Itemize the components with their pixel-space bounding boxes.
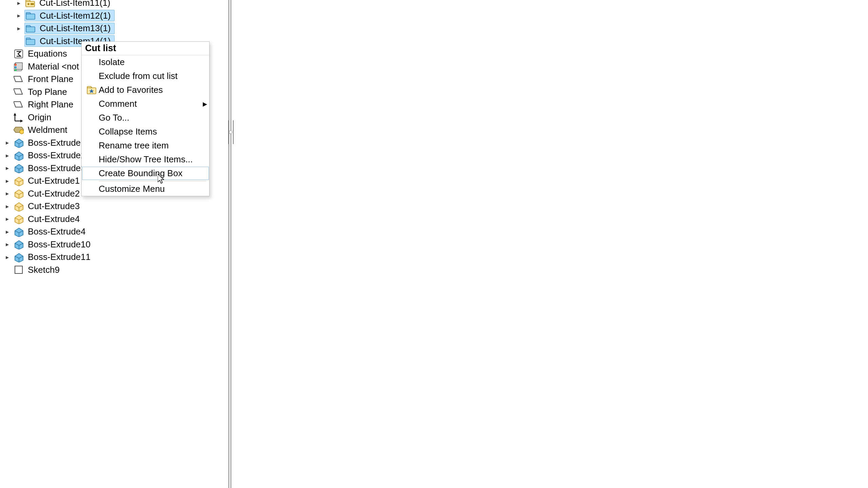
weldment-icon — [13, 125, 24, 136]
tree-item-label: Boss-Extrude10 — [26, 239, 92, 250]
cut-icon — [13, 214, 24, 224]
sketch-icon — [13, 264, 24, 275]
folder-icon — [25, 23, 36, 34]
tree-item-label: Cut-Extrude1 — [26, 176, 81, 186]
menu-item-label: Exclude from cut list — [99, 71, 200, 81]
menu-item-label: Rename tree item — [99, 140, 200, 151]
submenu-chevron-icon: ▸ — [200, 99, 209, 109]
tree-item-label: Boss-Extrude2 — [26, 150, 87, 161]
tree-item-label: Top Plane — [26, 87, 68, 97]
folder-icon — [25, 36, 36, 46]
tree-item-label: Cut-List-Item11(1) — [38, 0, 112, 8]
boss-icon — [13, 137, 24, 148]
menu-item[interactable]: Collapse Items — [82, 125, 209, 139]
menu-item[interactable]: Comment▸ — [82, 97, 209, 111]
boss-icon — [13, 252, 24, 263]
tree-item-selected[interactable]: Cut-List-Item12(1) — [24, 10, 115, 21]
expand-chevron-icon[interactable]: ▸ — [1, 177, 13, 185]
tree-item-label: Cut-Extrude3 — [26, 201, 81, 211]
tree-item[interactable]: ▸Boss-Extrude11 — [0, 251, 227, 264]
menu-item[interactable]: Go To... — [82, 111, 209, 125]
tree-item[interactable]: ▸Cut-List-Item11(1) — [0, 0, 227, 9]
expand-chevron-icon[interactable]: ▸ — [1, 241, 13, 248]
boss-icon — [13, 239, 24, 250]
sigma-icon — [13, 48, 24, 59]
cut-icon — [13, 176, 24, 186]
tree-item-selected[interactable]: Cut-List-Item13(1) — [24, 23, 115, 34]
expand-chevron-icon[interactable]: ▸ — [13, 12, 24, 19]
expand-chevron-icon[interactable]: ▸ — [1, 215, 13, 223]
tree-item-label: Origin — [26, 112, 53, 123]
context-menu-title: Cut list — [82, 42, 209, 55]
plane-icon — [13, 86, 24, 97]
folder-icon — [25, 10, 36, 21]
tree-item-label: Equations — [26, 48, 68, 59]
tree-item[interactable]: ▸Cut-List-Item12(1) — [0, 9, 227, 22]
menu-item[interactable]: Hide/Show Tree Items... — [82, 152, 209, 166]
tree-item-label: Front Plane — [26, 74, 75, 84]
expand-chevron-icon[interactable]: ▸ — [1, 253, 13, 261]
menu-item-label: Add to Favorites — [99, 85, 200, 95]
tree-item-label: Cut-Extrude2 — [26, 188, 81, 199]
menu-item-label: Collapse Items — [99, 126, 200, 137]
tree-item-label: Cut-List-Item12(1) — [38, 11, 112, 21]
favorite-icon — [84, 85, 99, 95]
panel-divider[interactable] — [231, 0, 231, 488]
tree-item[interactable]: ▸Boss-Extrude4 — [0, 225, 227, 238]
tree-item-label: Cut-List-Item13(1) — [38, 23, 112, 34]
menu-item[interactable]: Rename tree item — [82, 139, 209, 152]
menu-item[interactable]: Exclude from cut list — [82, 69, 209, 83]
expand-chevron-icon[interactable]: ▸ — [1, 190, 13, 197]
menu-separator — [99, 181, 206, 181]
expand-chevron-icon[interactable]: ▸ — [1, 228, 13, 236]
tree-item[interactable]: ▸Cut-Extrude4 — [0, 213, 227, 226]
tree-item-label: Boss-Extrude11 — [26, 252, 92, 262]
material-icon — [13, 61, 24, 72]
tree-item-label: Boss-Extrude3 — [26, 163, 87, 174]
boss-icon — [13, 150, 24, 161]
plane-icon — [13, 99, 24, 110]
tree-item[interactable]: ▸Boss-Extrude10 — [0, 238, 227, 251]
menu-item-label: Isolate — [99, 57, 200, 67]
menu-item-label: Go To... — [99, 113, 200, 123]
menu-item[interactable]: Customize Menu — [82, 182, 209, 196]
expand-chevron-icon[interactable]: ▸ — [1, 203, 13, 210]
tree-item[interactable]: Sketch9 — [0, 264, 227, 277]
tree-item-label: Right Plane — [26, 99, 75, 110]
plane-icon — [13, 74, 24, 85]
tree-item[interactable]: ▸Cut-Extrude3 — [0, 200, 227, 213]
expand-chevron-icon[interactable]: ▸ — [13, 25, 24, 32]
menu-item-label: Hide/Show Tree Items... — [99, 154, 200, 165]
boss-icon — [13, 163, 24, 174]
boss-icon — [13, 226, 24, 237]
menu-item-label: Customize Menu — [99, 184, 200, 194]
context-menu: Cut list IsolateExclude from cut listAdd… — [81, 41, 210, 196]
tree-item[interactable]: ▸Cut-List-Item13(1) — [0, 22, 227, 35]
expand-chevron-icon[interactable]: ▸ — [13, 0, 24, 7]
panel-divider[interactable] — [229, 0, 229, 488]
tree-item-label: Cut-Extrude4 — [26, 214, 81, 224]
menu-item-label: Create Bounding Box — [99, 168, 200, 179]
cut-icon — [13, 201, 24, 212]
expand-chevron-icon[interactable]: ▸ — [1, 152, 13, 159]
menu-item[interactable]: Create Bounding Box — [82, 166, 209, 180]
tree-item-label: Sketch9 — [26, 265, 61, 275]
menu-item-label: Comment — [99, 99, 200, 109]
cut-icon — [13, 188, 24, 199]
origin-icon — [13, 112, 24, 123]
tree-item-label: Weldment — [26, 125, 69, 135]
panel-divider-dot — [229, 130, 232, 134]
expand-chevron-icon[interactable]: ▸ — [1, 164, 13, 172]
menu-item[interactable]: Add to Favorites — [82, 83, 209, 97]
cutlistitem-icon — [24, 0, 36, 8]
expand-chevron-icon[interactable]: ▸ — [1, 139, 13, 146]
menu-item[interactable]: Isolate — [82, 55, 209, 69]
tree-item-label: Boss-Extrude1 — [26, 138, 87, 148]
tree-item-label: Boss-Extrude4 — [26, 226, 87, 237]
